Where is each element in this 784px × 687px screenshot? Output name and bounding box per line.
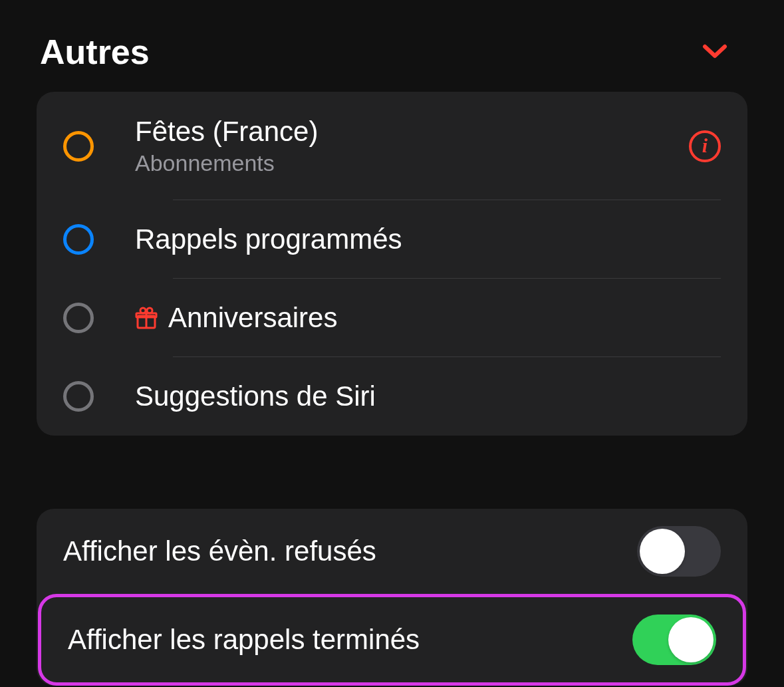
info-button[interactable]: i — [689, 130, 721, 162]
info-icon: i — [702, 136, 708, 156]
calendar-content: Fêtes (France) Abonnements — [135, 116, 689, 176]
calendar-content: Suggestions de Siri — [135, 380, 721, 412]
calendar-row-rappels[interactable]: Rappels programmés — [37, 200, 747, 279]
radio-circle-icon[interactable] — [63, 303, 94, 333]
calendar-title: Rappels programmés — [135, 223, 721, 255]
svg-point-4 — [147, 308, 152, 313]
calendar-list: Fêtes (France) Abonnements i Rappels pro… — [37, 92, 747, 436]
calendar-content: Anniversaires — [135, 302, 721, 334]
toggles-card: Afficher les évèn. refusés Afficher les … — [37, 509, 747, 686]
chevron-down-icon — [702, 44, 727, 60]
toggle-switch-completed[interactable] — [632, 615, 716, 665]
toggle-knob — [668, 617, 714, 662]
gift-icon — [135, 307, 158, 329]
radio-circle-icon[interactable] — [63, 131, 94, 162]
calendar-title: Fêtes (France) — [135, 116, 689, 148]
toggle-knob — [640, 529, 685, 574]
calendar-content: Rappels programmés — [135, 223, 721, 255]
radio-circle-icon[interactable] — [63, 381, 94, 412]
calendar-row-anniversaires[interactable]: Anniversaires — [37, 279, 747, 357]
toggle-switch-declined[interactable] — [637, 526, 721, 577]
calendar-row-fetes[interactable]: Fêtes (France) Abonnements i — [37, 92, 747, 200]
toggle-label: Afficher les évèn. refusés — [63, 535, 376, 567]
toggle-row-completed-reminders: Afficher les rappels terminés — [38, 594, 746, 686]
svg-point-3 — [140, 308, 146, 313]
section-title: Autres — [40, 32, 150, 72]
toggle-row-declined-events: Afficher les évèn. refusés — [37, 509, 747, 594]
collapse-button[interactable] — [702, 39, 728, 65]
radio-circle-icon[interactable] — [63, 224, 94, 255]
calendar-title: Suggestions de Siri — [135, 380, 721, 412]
calendar-row-siri[interactable]: Suggestions de Siri — [37, 357, 747, 436]
toggle-label: Afficher les rappels terminés — [68, 624, 420, 656]
calendar-subtitle: Abonnements — [135, 150, 689, 176]
calendar-title: Anniversaires — [135, 302, 721, 334]
calendar-title-text: Anniversaires — [168, 302, 337, 334]
